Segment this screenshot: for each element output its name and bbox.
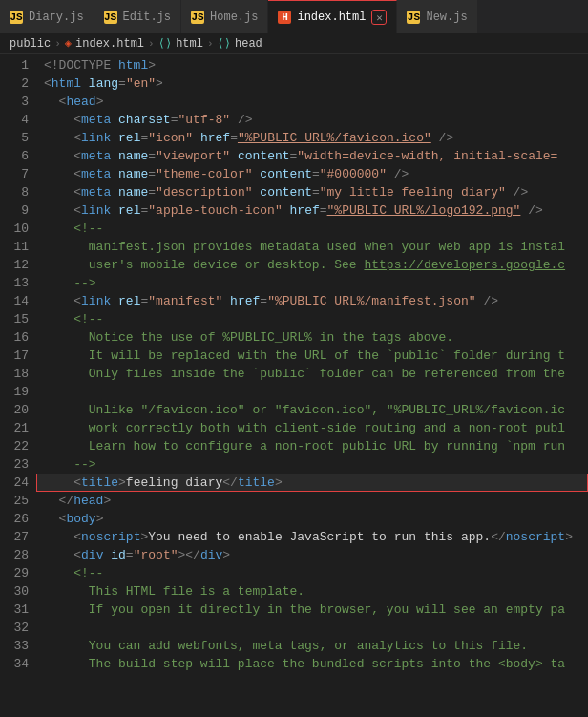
tab-edit-label: Edit.js [123, 11, 171, 24]
tab-home[interactable]: JS Home.js [181, 0, 268, 33]
breadcrumb-tag-icon1: ⟨⟩ [158, 36, 172, 51]
code-line: You can add webfonts, meta tags, or anal… [36, 637, 588, 655]
code-line: user's mobile device or desktop. See htt… [36, 256, 588, 274]
tab-new[interactable]: JS New.js [397, 0, 477, 33]
code-line [36, 383, 588, 401]
code-line: <link rel="apple-touch-icon" href="%PUBL… [36, 201, 588, 220]
tab-new-label: New.js [426, 11, 467, 24]
code-line: <link rel="icon" href="%PUBLIC_URL%/favi… [36, 129, 588, 147]
code-line: <noscript>You need to enable JavaScript … [36, 528, 588, 546]
code-line: <div id="root"></div> [36, 546, 588, 564]
js-icon: JS [10, 11, 23, 24]
breadcrumb: public › ◈ index.html › ⟨⟩ html › ⟨⟩ hea… [0, 33, 588, 54]
code-line: Only files inside the `public` folder ca… [36, 365, 588, 383]
code-line: <body> [36, 510, 588, 528]
code-line: --> [36, 455, 588, 474]
code-line: <meta name="theme-color" content="#00000… [36, 165, 588, 183]
code-line: Unlike "/favicon.ico" or "favicon.ico", … [36, 401, 588, 419]
tab-index[interactable]: H index.html ✕ [268, 0, 397, 33]
code-line: <!-- [36, 310, 588, 328]
code-line: <!DOCTYPE html> [36, 56, 588, 74]
code-line-highlighted: <title>feeling diary</title> [36, 474, 588, 492]
breadcrumb-head: head [235, 37, 262, 51]
html-icon: H [278, 11, 291, 24]
code-content[interactable]: <!DOCTYPE html> <html lang="en"> <head> … [36, 54, 588, 717]
tab-home-label: Home.js [210, 11, 258, 24]
code-line: It will be replaced with the URL of the … [36, 347, 588, 365]
breadcrumb-sep2: › [148, 38, 155, 50]
tab-bar: JS Diary.js JS Edit.js JS Home.js H inde… [0, 0, 588, 33]
js-icon: JS [104, 11, 117, 24]
breadcrumb-index: index.html [75, 37, 144, 51]
line-numbers: 12345 678910 1112131415 1617181920 21222… [0, 54, 36, 717]
breadcrumb-html: html [176, 37, 203, 51]
code-line: --> [36, 274, 588, 292]
tab-edit[interactable]: JS Edit.js [94, 0, 181, 33]
code-line [36, 619, 588, 637]
code-line: The build step will place the bundled sc… [36, 655, 588, 673]
code-line: <html lang="en"> [36, 74, 588, 93]
code-line: <!-- [36, 220, 588, 238]
code-line: This HTML file is a template. [36, 582, 588, 601]
tab-diary-label: Diary.js [29, 11, 84, 24]
tab-index-label: index.html [297, 11, 366, 24]
code-line: If you open it directly in the browser, … [36, 601, 588, 619]
code-line: <head> [36, 93, 588, 111]
code-line: Notice the use of %PUBLIC_URL% in the ta… [36, 328, 588, 347]
tab-diary[interactable]: JS Diary.js [0, 0, 94, 33]
breadcrumb-tag-icon2: ⟨⟩ [218, 36, 231, 51]
code-line: <link rel="manifest" href="%PUBLIC_URL%/… [36, 292, 588, 310]
code-line: <meta name="viewport" content="width=dev… [36, 147, 588, 165]
code-area: 12345 678910 1112131415 1617181920 21222… [0, 54, 588, 717]
breadcrumb-sep1: › [54, 38, 61, 50]
code-line: Learn how to configure a non-root public… [36, 437, 588, 455]
tab-close-button[interactable]: ✕ [371, 10, 387, 25]
breadcrumb-sep3: › [207, 38, 214, 50]
code-line: <meta charset="utf-8" /> [36, 111, 588, 129]
js-icon: JS [407, 11, 420, 24]
code-line: work correctly both with client-side rou… [36, 419, 588, 437]
code-line: <!-- [36, 564, 588, 582]
code-line: manifest.json provides metadata used whe… [36, 238, 588, 256]
code-line: </head> [36, 492, 588, 510]
code-line: <meta name="description" content="my lit… [36, 183, 588, 201]
js-icon: JS [191, 11, 204, 24]
breadcrumb-html-icon: ◈ [65, 36, 72, 51]
breadcrumb-public: public [10, 37, 51, 51]
